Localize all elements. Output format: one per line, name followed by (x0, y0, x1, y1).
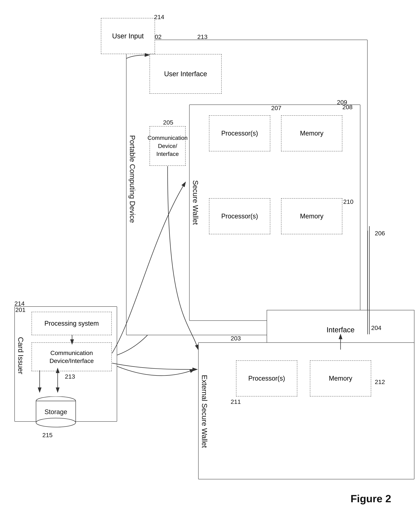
user-input-box: User Input (101, 18, 155, 54)
ref-214-bottom: 214 (15, 300, 25, 307)
ref-215: 215 (42, 432, 52, 439)
ref-210: 210 (343, 198, 353, 205)
ref-201: 201 (15, 306, 26, 313)
memory-212-box: Memory (310, 361, 371, 397)
figure-label: Figure 2 (351, 493, 391, 504)
ref-204: 204 (371, 324, 382, 331)
processors-211-label: Processor(s) (248, 375, 285, 382)
svg-text:Storage: Storage (45, 408, 67, 415)
ref-213-ui: 213 (197, 33, 208, 40)
comm-device-interface-label: CommunicationDevice/Interface (148, 134, 188, 158)
secure-wallet-label: Secure Wallet (191, 180, 199, 225)
memory-210-label: Memory (300, 212, 323, 220)
ref-203: 203 (231, 335, 241, 342)
processing-system-box: Processing system (31, 312, 112, 335)
diagram-container: Card Issuer 201 Processing system Commun… (0, 0, 420, 519)
ref-212: 212 (375, 378, 385, 385)
portable-computing-label: Portable Computing Device (128, 135, 136, 223)
ref-213-card: 213 (65, 373, 75, 380)
processors-207-box: Processor(s) (209, 115, 270, 151)
memory-210-box: Memory (281, 198, 342, 234)
user-interface-box: User Interface (150, 54, 222, 94)
card-issuer-label: Card Issuer (17, 337, 25, 374)
storage-cylinder: Storage (35, 397, 77, 429)
user-input-label: User Input (112, 32, 144, 40)
processors-207-label: Processor(s) (221, 130, 258, 137)
ref-214-top: 214 (154, 14, 164, 21)
ref-205: 205 (163, 119, 173, 126)
processing-system-label: Processing system (44, 320, 99, 327)
comm-to-storage-arrow2 (54, 370, 61, 392)
memory-208-label: Memory (300, 130, 323, 137)
processors-210-box: Processor(s) (209, 198, 270, 234)
interface-label: Interface (326, 326, 355, 334)
ref-207: 207 (271, 105, 281, 112)
processors-211-box: Processor(s) (236, 361, 297, 397)
user-interface-label: User Interface (164, 70, 207, 78)
memory-212-label: Memory (329, 375, 352, 382)
processors-210-label: Processor(s) (221, 212, 258, 220)
memory-208-box: Memory (281, 115, 342, 151)
proc-to-comm-arrow (68, 335, 76, 344)
card-issuer-comm-box: CommunicationDevice/Interface (31, 342, 112, 371)
ref-208: 208 (342, 104, 352, 111)
external-secure-wallet-label: External Secure Wallet (200, 375, 209, 448)
ref-206: 206 (375, 230, 385, 237)
svg-point-15 (36, 418, 76, 427)
user-input-arrow (126, 53, 155, 62)
comm-device-interface-box: CommunicationDevice/Interface (150, 126, 186, 166)
external-secure-wallet-box (198, 342, 414, 479)
ref-211: 211 (231, 398, 241, 405)
card-issuer-comm-label: CommunicationDevice/Interface (50, 349, 94, 365)
comm-to-storage-arrow (36, 370, 43, 392)
